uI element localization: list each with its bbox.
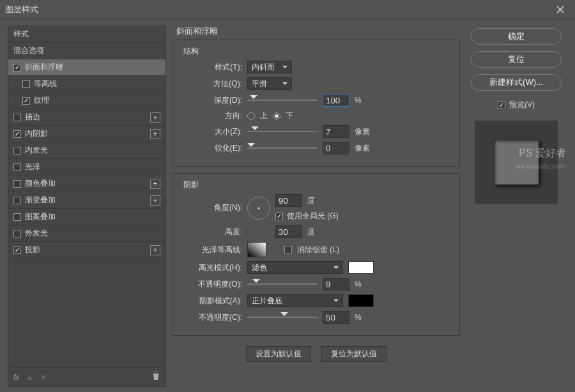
soften-row: 软化(E): 像素: [181, 142, 452, 155]
style-row: 样式(T): 内斜面: [181, 61, 452, 73]
shadow-opacity-slider[interactable]: [247, 312, 318, 322]
angle-input[interactable]: [275, 194, 302, 207]
ok-button[interactable]: 确定: [471, 28, 562, 45]
watermark-url: www.psahz.com: [516, 162, 566, 170]
soften-input[interactable]: [323, 142, 349, 155]
soften-slider[interactable]: [247, 143, 318, 153]
preview-label: 预览(V): [509, 100, 535, 110]
sidebar-checkbox[interactable]: [13, 197, 21, 204]
sidebar-item-10[interactable]: 渐变叠加+: [8, 192, 165, 209]
global-light-checkbox[interactable]: [275, 213, 283, 220]
sidebar-checkbox[interactable]: [13, 180, 21, 188]
direction-up-radio[interactable]: [247, 112, 255, 120]
main-area: 斜面和浮雕 结构 样式(T): 内斜面 方法(Q): 平滑: [172, 26, 567, 387]
sidebar-checkbox[interactable]: [13, 213, 21, 221]
trash-button[interactable]: [151, 372, 160, 382]
direction-up-label: 上: [260, 110, 268, 121]
angle-row: 角度(N): 度 使用全局光 (G): [181, 194, 452, 222]
plus-icon[interactable]: +: [150, 179, 160, 189]
direction-row: 方向: 上 下: [181, 110, 452, 121]
highlight-mode-label: 高光模式(H):: [181, 262, 242, 273]
chevron-down-icon: [282, 66, 288, 71]
chevron-down-icon: [334, 266, 339, 271]
shading-label: 阴影: [181, 179, 201, 190]
shadow-color-swatch[interactable]: [348, 294, 374, 307]
depth-row: 深度(D): %: [181, 94, 452, 107]
reset-default-button[interactable]: 复位为默认值: [321, 346, 387, 362]
highlight-opacity-unit: %: [355, 280, 362, 289]
sidebar-footer: fx ▲ ▼: [8, 367, 165, 386]
sidebar-item-0[interactable]: 样式: [8, 26, 165, 43]
soften-label: 软化(E):: [181, 143, 242, 154]
sidebar-item-6[interactable]: 内阴影+: [8, 126, 165, 142]
sidebar-item-9[interactable]: 颜色叠加+: [8, 176, 165, 192]
sidebar-item-8[interactable]: 光泽: [8, 159, 165, 176]
sidebar-checkbox[interactable]: [13, 163, 21, 171]
size-row: 大小(Z): 像素: [181, 125, 452, 138]
technique-value: 平滑: [252, 79, 267, 89]
highlight-mode-value: 滤色: [252, 262, 267, 273]
make-default-button[interactable]: 设置为默认值: [246, 346, 311, 362]
size-unit: 像素: [355, 126, 370, 137]
watermark-brand: PS 爱好者: [519, 147, 566, 160]
sidebar-checkbox[interactable]: [22, 97, 30, 105]
sidebar-checkbox[interactable]: [22, 80, 30, 88]
sidebar-item-11[interactable]: 图案叠加: [8, 209, 165, 225]
sidebar-checkbox[interactable]: [13, 147, 21, 155]
plus-icon[interactable]: +: [150, 112, 160, 123]
size-label: 大小(Z):: [181, 126, 242, 137]
preview-checkbox[interactable]: [498, 102, 505, 109]
antialias-checkbox[interactable]: [284, 246, 292, 253]
sidebar: 样式混合选项斜面和浮雕等高线纹理描边+内阴影+内发光光泽颜色叠加+渐变叠加+图案…: [8, 26, 166, 387]
plus-icon[interactable]: +: [150, 129, 160, 139]
depth-slider[interactable]: [247, 95, 318, 105]
angle-picker[interactable]: [247, 197, 270, 220]
sidebar-item-7[interactable]: 内发光: [8, 142, 165, 159]
sidebar-item-label: 描边: [25, 112, 40, 123]
sidebar-checkbox[interactable]: [13, 114, 21, 121]
sidebar-item-2[interactable]: 斜面和浮雕: [8, 59, 165, 76]
altitude-row: 高度: 度: [181, 225, 452, 238]
altitude-input[interactable]: [275, 225, 302, 238]
technique-select[interactable]: 平滑: [247, 77, 292, 90]
sidebar-item-12[interactable]: 外发光: [8, 225, 165, 242]
sidebar-checkbox[interactable]: [13, 130, 21, 138]
fx-menu[interactable]: fx: [13, 373, 19, 382]
settings-panel: 斜面和浮雕 结构 样式(T): 内斜面 方法(Q): 平滑: [172, 26, 460, 387]
highlight-mode-select[interactable]: 滤色: [247, 261, 343, 274]
new-style-button[interactable]: 新建样式(W)...: [471, 74, 562, 91]
sidebar-item-1[interactable]: 混合选项: [8, 43, 165, 59]
highlight-mode-row: 高光模式(H): 滤色: [181, 261, 452, 274]
sidebar-item-5[interactable]: 描边+: [8, 109, 165, 126]
highlight-color-swatch[interactable]: [348, 261, 374, 274]
highlight-opacity-input[interactable]: [323, 278, 349, 290]
shading-group: 阴影 角度(N): 度 使用全局光 (G): [172, 173, 460, 336]
close-button[interactable]: [551, 2, 570, 17]
reset-button[interactable]: 复位: [471, 51, 562, 68]
arrow-up-icon[interactable]: ▲: [26, 373, 33, 382]
sidebar-checkbox[interactable]: [13, 230, 21, 237]
sidebar-checkbox[interactable]: [13, 64, 21, 72]
shadow-opacity-input[interactable]: [323, 311, 349, 324]
direction-down-radio[interactable]: [273, 112, 280, 120]
sidebar-item-4[interactable]: 纹理: [8, 93, 165, 109]
plus-icon[interactable]: +: [150, 195, 160, 206]
close-icon: [556, 6, 564, 13]
sidebar-item-3[interactable]: 等高线: [8, 76, 165, 93]
size-input[interactable]: [323, 125, 349, 138]
arrow-down-icon[interactable]: ▼: [40, 373, 47, 382]
gloss-contour-picker[interactable]: [247, 242, 266, 257]
depth-input[interactable]: [323, 94, 349, 107]
sidebar-item-label: 纹理: [34, 95, 49, 106]
shadow-mode-select[interactable]: 正片叠底: [247, 294, 343, 307]
sidebar-item-13[interactable]: 投影+: [8, 242, 165, 259]
sidebar-item-label: 渐变叠加: [25, 195, 56, 206]
highlight-opacity-slider[interactable]: [247, 279, 318, 289]
plus-icon[interactable]: +: [150, 245, 160, 255]
trash-icon: [151, 372, 160, 381]
size-slider[interactable]: [247, 126, 318, 137]
gloss-contour-label: 光泽等高线:: [181, 245, 242, 255]
sidebar-checkbox[interactable]: [13, 246, 21, 254]
shadow-mode-row: 阴影模式(A): 正片叠底: [181, 294, 452, 307]
style-select[interactable]: 内斜面: [247, 61, 292, 73]
